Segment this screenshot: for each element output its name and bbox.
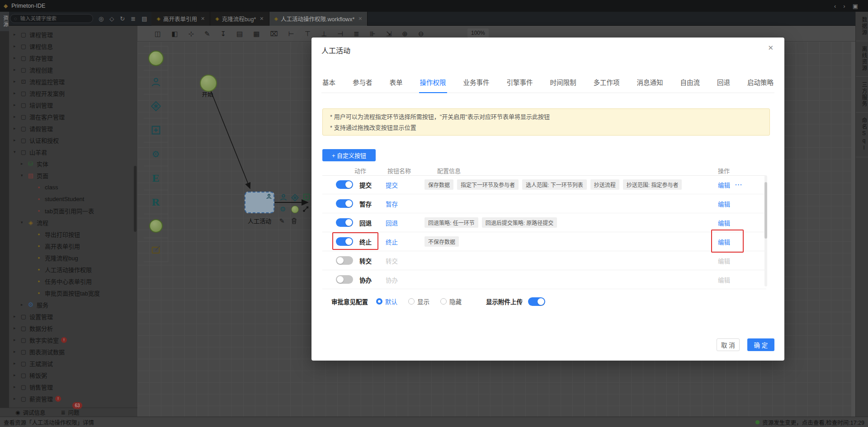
highlight-box-terminate-edit xyxy=(711,230,744,253)
config-tags: 不保存数据 xyxy=(425,236,459,247)
radio-option: 显示 xyxy=(408,297,429,306)
dialog-tab[interactable]: 引擎事件 xyxy=(506,75,534,93)
action-toggle[interactable] xyxy=(336,218,353,227)
button-name-link[interactable]: 暂存 xyxy=(386,199,417,208)
button-name-link[interactable]: 提交 xyxy=(386,180,417,189)
button-name-link[interactable]: 回退 xyxy=(386,218,417,227)
config-tag: 回退策略: 任一环节 xyxy=(425,217,478,228)
dialog-tab[interactable]: 基本 xyxy=(321,75,336,93)
dialog-footer: 取 消 确 定 xyxy=(717,338,774,351)
dialog-tab[interactable]: 操作权限 xyxy=(419,75,447,93)
edit-link[interactable]: 编辑 xyxy=(718,199,730,208)
edit-link[interactable]: 编辑 xyxy=(718,275,730,284)
config-tag: 抄送流程 xyxy=(590,179,619,190)
button-name-link[interactable]: 协办 xyxy=(386,275,417,284)
dialog-tab[interactable]: 消息通知 xyxy=(636,75,664,93)
attachment-upload-label: 显示附件上传 xyxy=(486,297,523,306)
opinion-config-label: 审批意见配置 xyxy=(331,297,368,306)
radio-option: 隐藏 xyxy=(440,297,462,306)
dialog-tab[interactable]: 多工作项 xyxy=(593,75,621,93)
config-tag: 抄送范围: 指定参与者 xyxy=(623,179,682,190)
notice-line-2: * 支持通过拖拽改变按钮显示位置 xyxy=(330,122,762,133)
radio-icon[interactable] xyxy=(440,298,447,305)
action-label: 暂存 xyxy=(359,199,386,208)
dialog-scrollbar-thumb[interactable] xyxy=(764,182,767,239)
action-toggle[interactable] xyxy=(336,180,353,189)
table-row: 暂存 暂存 编辑 xyxy=(322,194,766,213)
config-tags: 保存数据指定下一环节及参与者选人范围: 下一环节列表抄送流程抄送范围: 指定参与… xyxy=(425,179,682,190)
dialog-tab[interactable]: 表单 xyxy=(389,75,404,93)
highlight-box-terminate-toggle xyxy=(332,232,378,250)
action-label: 协办 xyxy=(359,275,386,284)
config-tag: 不保存数据 xyxy=(425,236,459,247)
notice-box: * 用户可以为流程指定环节选择所需按钮，"开关启用"表示对应环节表单将显示此按钮… xyxy=(322,108,770,136)
action-toggle[interactable] xyxy=(336,275,353,284)
dialog-title: 人工活动 xyxy=(321,45,350,56)
radio-icon[interactable] xyxy=(376,298,382,305)
config-tags: 回退策略: 任一环节回退后提交策略: 原路径提交 xyxy=(425,217,557,228)
action-label: 回退 xyxy=(359,218,386,227)
table-row: 回退 回退 回退策略: 任一环节回退后提交策略: 原路径提交 编辑 xyxy=(322,213,766,232)
ok-button[interactable]: 确 定 xyxy=(747,338,774,351)
dialog-scrollbar-track[interactable] xyxy=(764,175,767,286)
config-tag: 保存数据 xyxy=(425,179,453,190)
opinion-config-row: 审批意见配置 默认 显示 隐藏 显示附件上传 xyxy=(331,295,545,308)
button-name-link[interactable]: 转交 xyxy=(386,256,417,265)
radio-icon[interactable] xyxy=(408,298,415,305)
action-toggle[interactable] xyxy=(336,256,353,265)
dialog-tab[interactable]: 时间限制 xyxy=(549,75,577,93)
more-actions-link[interactable]: ··· xyxy=(735,181,743,188)
edit-link[interactable]: 编辑 xyxy=(718,180,730,189)
config-tag: 选人范围: 下一环节列表 xyxy=(522,179,587,190)
notice-line-1: * 用户可以为流程指定环节选择所需按钮，"开关启用"表示对应环节表单将显示此按钮 xyxy=(330,112,762,122)
table-row: 协办 协办 编辑 xyxy=(322,270,766,289)
edit-link[interactable]: 编辑 xyxy=(718,218,730,227)
config-tag: 指定下一环节及参与者 xyxy=(457,179,519,190)
table-header: 动作 按钮名称 配置信息 操作 xyxy=(322,165,766,176)
table-row: 提交 提交 保存数据指定下一环节及参与者选人范围: 下一环节列表抄送流程抄送范围… xyxy=(322,175,766,194)
custom-button-add[interactable]: + 自定义按钮 xyxy=(322,149,376,161)
dialog-tab[interactable]: 自由流 xyxy=(679,75,701,93)
dialog-close-icon[interactable]: ✕ xyxy=(768,44,774,52)
attachment-upload-toggle[interactable] xyxy=(528,297,545,306)
dialog-tab[interactable]: 启动策略 xyxy=(746,75,774,93)
radio-option: 默认 xyxy=(376,297,397,306)
dialog-tab[interactable]: 回退 xyxy=(716,75,731,93)
action-table: 提交 提交 保存数据指定下一环节及参与者选人范围: 下一环节列表抄送流程抄送范围… xyxy=(322,175,766,289)
table-row: 终止 终止 不保存数据 编辑 xyxy=(322,232,766,251)
action-toggle[interactable] xyxy=(336,199,353,208)
dialog-tab[interactable]: 参与者 xyxy=(352,75,373,93)
table-row: 转交 转交 编辑 xyxy=(322,251,766,270)
opinion-options: 默认 显示 隐藏 xyxy=(373,297,462,306)
dialog-tabs: 基本参与者表单操作权限业务事件引擎事件时间限制多工作项消息通知自由流回退启动策略 xyxy=(321,75,774,93)
action-label: 转交 xyxy=(359,256,386,265)
dialog-tab[interactable]: 业务事件 xyxy=(462,75,491,93)
cancel-button[interactable]: 取 消 xyxy=(717,338,740,351)
config-tag: 回退后提交策略: 原路径提交 xyxy=(482,217,557,228)
edit-link[interactable]: 编辑 xyxy=(718,256,730,265)
button-name-link[interactable]: 终止 xyxy=(386,237,417,246)
action-label: 提交 xyxy=(359,180,386,189)
manual-activity-dialog: 人工活动 ✕ 基本参与者表单操作权限业务事件引擎事件时间限制多工作项消息通知自由… xyxy=(311,38,784,361)
